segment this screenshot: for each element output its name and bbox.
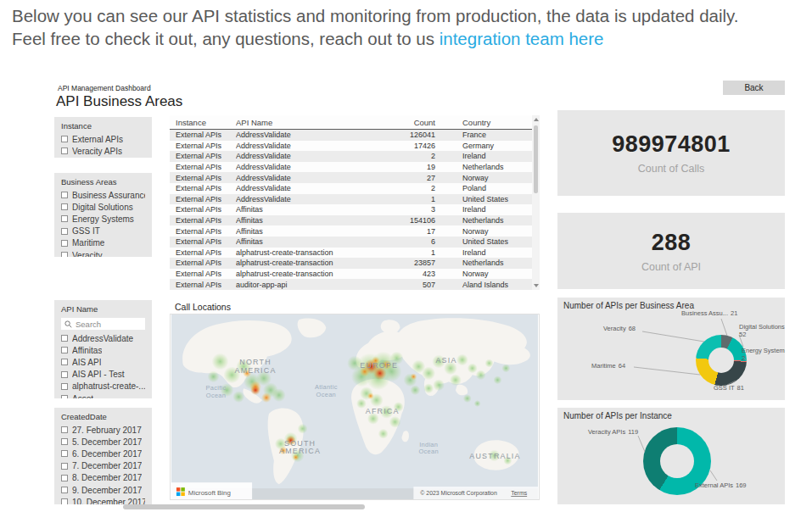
card-count-of-calls: 989974801 Count of Calls bbox=[557, 110, 785, 196]
checkbox-icon[interactable] bbox=[61, 359, 68, 365]
dashboard-subtitle: API Management Dashboard bbox=[58, 84, 151, 92]
table-row[interactable]: External APIsAddressValidate27Norway bbox=[170, 172, 540, 183]
checkbox-icon[interactable] bbox=[61, 347, 68, 353]
map-label-indian: Indian bbox=[419, 441, 438, 448]
table-row[interactable]: External APIsalphatrust-create-transacti… bbox=[170, 269, 540, 280]
search-input[interactable] bbox=[76, 320, 142, 329]
api-table: Instance API Name Count Country External… bbox=[170, 115, 540, 290]
filter-option-energy-systems[interactable]: Energy Systems bbox=[54, 213, 152, 225]
checkbox-icon[interactable] bbox=[61, 475, 68, 481]
filter-option-veracity[interactable]: Veracity bbox=[54, 249, 152, 257]
filter-option-date-0[interactable]: 27. February 2017 bbox=[54, 424, 152, 436]
checkbox-icon[interactable] bbox=[61, 228, 68, 235]
checkbox-icon[interactable] bbox=[61, 426, 68, 433]
terms-link[interactable]: Terms bbox=[511, 490, 527, 496]
map-label-indian: Ocean bbox=[419, 448, 439, 455]
donut-instance-panel: Number of APIs per Instance Veracity API… bbox=[557, 408, 785, 504]
table-row[interactable]: External APIsAffinitas3Ireland bbox=[170, 204, 540, 215]
map-label-australia: AUSTRALIA bbox=[469, 452, 520, 460]
filter-option-date-3[interactable]: 7. December 2017 bbox=[54, 460, 152, 472]
checkbox-icon[interactable] bbox=[61, 136, 68, 142]
slicer-business-areas: Business Areas Business Assurance Digita… bbox=[54, 173, 152, 257]
filter-option-addressvalidate[interactable]: AddressValidate bbox=[54, 332, 152, 344]
kpi-value: 288 bbox=[652, 230, 692, 256]
checkbox-icon[interactable] bbox=[61, 487, 68, 493]
filter-option-veracity-apis[interactable]: Veracity APIs bbox=[54, 145, 152, 157]
donut-callout-digital-solutions: Digital Solutions52 bbox=[739, 323, 785, 338]
chart-title: Number of APIs per Instance bbox=[557, 408, 785, 424]
filter-option-date-5[interactable]: 9. December 2017 bbox=[54, 484, 152, 496]
kpi-value: 989974801 bbox=[612, 131, 731, 158]
map-label-europe: EUROPE bbox=[360, 361, 398, 370]
map-label-atlantic: Ocean bbox=[316, 391, 336, 398]
checkbox-icon[interactable] bbox=[61, 215, 68, 222]
scroll-up-icon[interactable] bbox=[534, 118, 539, 121]
table-row[interactable]: External APIsAffinitas6United States bbox=[170, 237, 540, 248]
filter-option-external-apis[interactable]: External APIs bbox=[54, 133, 152, 145]
checkbox-icon[interactable] bbox=[61, 203, 68, 210]
table-row[interactable]: External APIsAddressValidate17426Germany bbox=[170, 141, 540, 152]
filter-option-date-4[interactable]: 8. December 2017 bbox=[54, 472, 152, 484]
kpi-label: Count of API bbox=[641, 261, 701, 273]
bing-brand-label: Microsoft Bing bbox=[188, 489, 231, 497]
filter-option-ais-api-test[interactable]: AIS API - Test bbox=[54, 369, 152, 381]
search-box[interactable] bbox=[61, 318, 145, 330]
checkbox-icon[interactable] bbox=[61, 383, 68, 390]
filter-option-affinitas[interactable]: Affinitas bbox=[54, 344, 152, 356]
checkbox-icon[interactable] bbox=[61, 498, 68, 504]
table-row[interactable]: External APIsAddressValidate1United Stat… bbox=[170, 194, 540, 205]
business-area-donut-chart[interactable] bbox=[696, 335, 747, 386]
donut-business-area-panel: Number of APIs per Business Area Busines… bbox=[557, 298, 785, 400]
table-header[interactable]: Instance API Name Count Country bbox=[170, 115, 540, 130]
table-row[interactable]: External APIsAddressValidate2Poland bbox=[170, 183, 540, 194]
filter-option-digital-solutions[interactable]: Digital Solutions bbox=[54, 201, 152, 213]
filter-option-date-6[interactable]: 10. December 2017 bbox=[54, 496, 152, 504]
table-row[interactable]: External APIsAddressValidate126041France bbox=[170, 130, 540, 141]
map-label-north-america: AMERICA bbox=[235, 366, 277, 375]
checkbox-icon[interactable] bbox=[61, 240, 68, 247]
checkbox-icon[interactable] bbox=[61, 450, 68, 457]
scroll-down-icon[interactable] bbox=[534, 284, 539, 287]
checkbox-icon[interactable] bbox=[61, 438, 68, 445]
checkbox-icon[interactable] bbox=[61, 395, 68, 398]
microsoft-logo-icon bbox=[181, 493, 184, 496]
table-body: External APIsAddressValidate126041France… bbox=[170, 130, 540, 290]
table-scrollbar[interactable] bbox=[532, 115, 540, 290]
filter-option-date-2[interactable]: 6. December 2017 bbox=[54, 448, 152, 459]
slicer-title: API Name bbox=[54, 300, 152, 316]
filter-option-ais-api[interactable]: AIS API bbox=[54, 356, 152, 368]
checkbox-icon[interactable] bbox=[61, 371, 68, 378]
map-label-asia: ASIA bbox=[435, 356, 456, 365]
table-row[interactable]: External APIsalphatrust-create-transacti… bbox=[170, 258, 540, 269]
filter-option-date-1[interactable]: 5. December 2017 bbox=[54, 436, 152, 448]
checkbox-icon[interactable] bbox=[61, 147, 68, 154]
chart-title: Number of APIs per Business Area bbox=[557, 298, 785, 314]
page-title: API Business Areas bbox=[56, 93, 182, 110]
table-row[interactable]: External APIsalphatrust-create-transacti… bbox=[170, 248, 540, 259]
back-button[interactable]: Back bbox=[723, 81, 785, 95]
checkbox-icon[interactable] bbox=[61, 335, 68, 342]
donut-callout-veracity: Veracity68 bbox=[603, 325, 636, 332]
checkbox-icon[interactable] bbox=[61, 252, 68, 257]
page-horizontal-scrollbar[interactable] bbox=[123, 504, 365, 509]
filter-option-asset[interactable]: Asset bbox=[54, 392, 152, 398]
filter-option-gss-it[interactable]: GSS IT bbox=[54, 225, 152, 237]
table-row[interactable]: External APIsAddressValidate19Netherland… bbox=[170, 162, 540, 173]
filter-option-maritime[interactable]: Maritime bbox=[54, 237, 152, 249]
donut-callout-business-assurance: Business Assu...21 bbox=[681, 309, 737, 317]
integration-team-link[interactable]: integration team here bbox=[440, 29, 604, 48]
scrollbar-thumb[interactable] bbox=[534, 125, 538, 193]
table-row[interactable]: External APIsAddressValidate2Ireland bbox=[170, 151, 540, 162]
checkbox-icon[interactable] bbox=[61, 192, 68, 198]
intro-line1: Below you can see our API statistics and… bbox=[12, 4, 739, 27]
map-label-north-america: NORTH bbox=[239, 358, 271, 366]
table-row[interactable]: External APIsAffinitas17Norway bbox=[170, 225, 540, 237]
world-map[interactable]: NORTH AMERICA EUROPE ASIA AFRICA SOUTH A… bbox=[170, 314, 540, 500]
table-row[interactable]: External APIsauditor-app-api507Aland Isl… bbox=[170, 279, 540, 290]
map-label-africa: AFRICA bbox=[366, 407, 400, 415]
filter-option-alphatrust[interactable]: alphatrust-create-... bbox=[54, 381, 152, 392]
filter-option-business-assurance[interactable]: Business Assurance bbox=[54, 189, 152, 201]
map-label-atlantic: Atlantic bbox=[315, 383, 338, 391]
checkbox-icon[interactable] bbox=[61, 463, 68, 470]
table-row[interactable]: External APIsAffinitas154106Netherlands bbox=[170, 215, 540, 226]
